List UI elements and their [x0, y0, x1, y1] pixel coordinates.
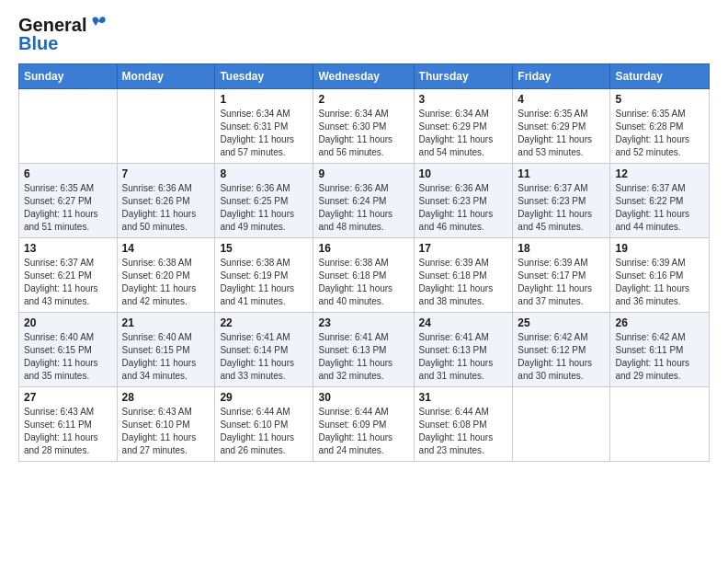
day-number: 1 [220, 93, 308, 106]
weekday-header-sunday: Sunday [19, 64, 118, 89]
day-info: Sunrise: 6:41 AM Sunset: 6:14 PM Dayligh… [220, 331, 308, 383]
day-info: Sunrise: 6:41 AM Sunset: 6:13 PM Dayligh… [318, 331, 408, 383]
day-number: 5 [615, 93, 704, 106]
calendar-cell [117, 89, 215, 164]
day-info: Sunrise: 6:38 AM Sunset: 6:20 PM Dayligh… [122, 257, 210, 308]
calendar-cell: 7Sunrise: 6:36 AM Sunset: 6:26 PM Daylig… [117, 164, 215, 238]
calendar-cell: 6Sunrise: 6:35 AM Sunset: 6:27 PM Daylig… [19, 164, 118, 238]
calendar-cell [610, 387, 710, 462]
day-number: 22 [220, 316, 308, 329]
day-info: Sunrise: 6:35 AM Sunset: 6:29 PM Dayligh… [518, 108, 605, 159]
calendar-cell: 10Sunrise: 6:36 AM Sunset: 6:23 PM Dayli… [414, 164, 513, 238]
day-number: 29 [220, 391, 308, 404]
logo: General Blue [18, 15, 108, 54]
day-info: Sunrise: 6:37 AM Sunset: 6:23 PM Dayligh… [518, 182, 605, 234]
weekday-header-monday: Monday [117, 64, 215, 89]
day-number: 13 [24, 242, 112, 255]
calendar-cell: 9Sunrise: 6:36 AM Sunset: 6:24 PM Daylig… [313, 164, 414, 238]
day-info: Sunrise: 6:39 AM Sunset: 6:16 PM Dayligh… [615, 257, 704, 308]
day-number: 4 [518, 93, 605, 106]
calendar-cell: 11Sunrise: 6:37 AM Sunset: 6:23 PM Dayli… [513, 164, 610, 238]
day-number: 6 [24, 167, 112, 180]
calendar-cell: 22Sunrise: 6:41 AM Sunset: 6:14 PM Dayli… [215, 313, 313, 387]
calendar-cell [19, 89, 118, 164]
day-info: Sunrise: 6:34 AM Sunset: 6:31 PM Dayligh… [220, 108, 308, 159]
day-info: Sunrise: 6:34 AM Sunset: 6:30 PM Dayligh… [318, 108, 408, 159]
calendar-cell: 19Sunrise: 6:39 AM Sunset: 6:16 PM Dayli… [610, 238, 710, 313]
calendar-cell: 4Sunrise: 6:35 AM Sunset: 6:29 PM Daylig… [513, 89, 610, 164]
day-info: Sunrise: 6:35 AM Sunset: 6:28 PM Dayligh… [615, 108, 704, 159]
calendar-cell: 8Sunrise: 6:36 AM Sunset: 6:25 PM Daylig… [215, 164, 313, 238]
day-number: 17 [419, 242, 508, 255]
calendar-cell: 21Sunrise: 6:40 AM Sunset: 6:15 PM Dayli… [117, 313, 215, 387]
calendar-cell: 26Sunrise: 6:42 AM Sunset: 6:11 PM Dayli… [610, 313, 710, 387]
day-number: 16 [318, 242, 408, 255]
day-number: 2 [318, 93, 408, 106]
day-number: 21 [122, 316, 210, 329]
day-info: Sunrise: 6:42 AM Sunset: 6:11 PM Dayligh… [615, 331, 704, 383]
day-number: 26 [615, 316, 704, 329]
day-info: Sunrise: 6:38 AM Sunset: 6:18 PM Dayligh… [318, 257, 408, 308]
day-info: Sunrise: 6:36 AM Sunset: 6:26 PM Dayligh… [122, 182, 210, 234]
calendar-cell: 13Sunrise: 6:37 AM Sunset: 6:21 PM Dayli… [19, 238, 118, 313]
calendar-cell: 24Sunrise: 6:41 AM Sunset: 6:13 PM Dayli… [414, 313, 513, 387]
day-number: 19 [615, 242, 704, 255]
calendar-cell: 25Sunrise: 6:42 AM Sunset: 6:12 PM Dayli… [513, 313, 610, 387]
calendar-cell: 12Sunrise: 6:37 AM Sunset: 6:22 PM Dayli… [610, 164, 710, 238]
day-number: 28 [122, 391, 210, 404]
weekday-header-tuesday: Tuesday [215, 64, 313, 89]
day-info: Sunrise: 6:36 AM Sunset: 6:24 PM Dayligh… [318, 182, 408, 234]
day-info: Sunrise: 6:37 AM Sunset: 6:21 PM Dayligh… [24, 257, 112, 308]
calendar-cell: 20Sunrise: 6:40 AM Sunset: 6:15 PM Dayli… [19, 313, 118, 387]
weekday-header-thursday: Thursday [414, 64, 513, 89]
page-header: General Blue [18, 15, 710, 54]
day-info: Sunrise: 6:40 AM Sunset: 6:15 PM Dayligh… [24, 331, 112, 383]
calendar-cell: 14Sunrise: 6:38 AM Sunset: 6:20 PM Dayli… [117, 238, 215, 313]
calendar-cell: 18Sunrise: 6:39 AM Sunset: 6:17 PM Dayli… [513, 238, 610, 313]
day-number: 31 [419, 391, 508, 404]
day-number: 11 [518, 167, 605, 180]
day-info: Sunrise: 6:38 AM Sunset: 6:19 PM Dayligh… [220, 257, 308, 308]
day-number: 12 [615, 167, 704, 180]
day-info: Sunrise: 6:39 AM Sunset: 6:18 PM Dayligh… [419, 257, 508, 308]
day-number: 15 [220, 242, 308, 255]
calendar-cell: 5Sunrise: 6:35 AM Sunset: 6:28 PM Daylig… [610, 89, 710, 164]
day-info: Sunrise: 6:34 AM Sunset: 6:29 PM Dayligh… [419, 108, 508, 159]
calendar-cell: 29Sunrise: 6:44 AM Sunset: 6:10 PM Dayli… [215, 387, 313, 462]
day-info: Sunrise: 6:35 AM Sunset: 6:27 PM Dayligh… [24, 182, 112, 234]
day-number: 18 [518, 242, 605, 255]
day-info: Sunrise: 6:37 AM Sunset: 6:22 PM Dayligh… [615, 182, 704, 234]
logo-general-part: General [18, 16, 86, 34]
day-number: 24 [419, 316, 508, 329]
day-info: Sunrise: 6:39 AM Sunset: 6:17 PM Dayligh… [518, 257, 605, 308]
day-info: Sunrise: 6:43 AM Sunset: 6:11 PM Dayligh… [24, 406, 112, 457]
logo-blue-line: Blue [18, 33, 58, 54]
calendar-cell: 23Sunrise: 6:41 AM Sunset: 6:13 PM Dayli… [313, 313, 414, 387]
day-info: Sunrise: 6:42 AM Sunset: 6:12 PM Dayligh… [518, 331, 605, 383]
day-number: 20 [24, 316, 112, 329]
day-number: 3 [419, 93, 508, 106]
day-info: Sunrise: 6:43 AM Sunset: 6:10 PM Dayligh… [122, 406, 210, 457]
calendar-cell: 15Sunrise: 6:38 AM Sunset: 6:19 PM Dayli… [215, 238, 313, 313]
bird-logo-icon [87, 15, 108, 35]
day-info: Sunrise: 6:36 AM Sunset: 6:25 PM Dayligh… [220, 182, 308, 234]
day-info: Sunrise: 6:44 AM Sunset: 6:10 PM Dayligh… [220, 406, 308, 457]
day-info: Sunrise: 6:44 AM Sunset: 6:09 PM Dayligh… [318, 406, 408, 457]
calendar-cell: 27Sunrise: 6:43 AM Sunset: 6:11 PM Dayli… [19, 387, 118, 462]
weekday-header-friday: Friday [513, 64, 610, 89]
day-number: 10 [419, 167, 508, 180]
calendar-cell: 31Sunrise: 6:44 AM Sunset: 6:08 PM Dayli… [414, 387, 513, 462]
weekday-header-saturday: Saturday [610, 64, 710, 89]
day-info: Sunrise: 6:44 AM Sunset: 6:08 PM Dayligh… [419, 406, 508, 457]
day-number: 9 [318, 167, 408, 180]
calendar-cell: 28Sunrise: 6:43 AM Sunset: 6:10 PM Dayli… [117, 387, 215, 462]
day-number: 27 [24, 391, 112, 404]
day-number: 7 [122, 167, 210, 180]
calendar-cell [513, 387, 610, 462]
day-info: Sunrise: 6:36 AM Sunset: 6:23 PM Dayligh… [419, 182, 508, 234]
calendar-cell: 16Sunrise: 6:38 AM Sunset: 6:18 PM Dayli… [313, 238, 414, 313]
calendar-cell: 1Sunrise: 6:34 AM Sunset: 6:31 PM Daylig… [215, 89, 313, 164]
day-info: Sunrise: 6:40 AM Sunset: 6:15 PM Dayligh… [122, 331, 210, 383]
day-number: 25 [518, 316, 605, 329]
weekday-header-wednesday: Wednesday [313, 64, 414, 89]
